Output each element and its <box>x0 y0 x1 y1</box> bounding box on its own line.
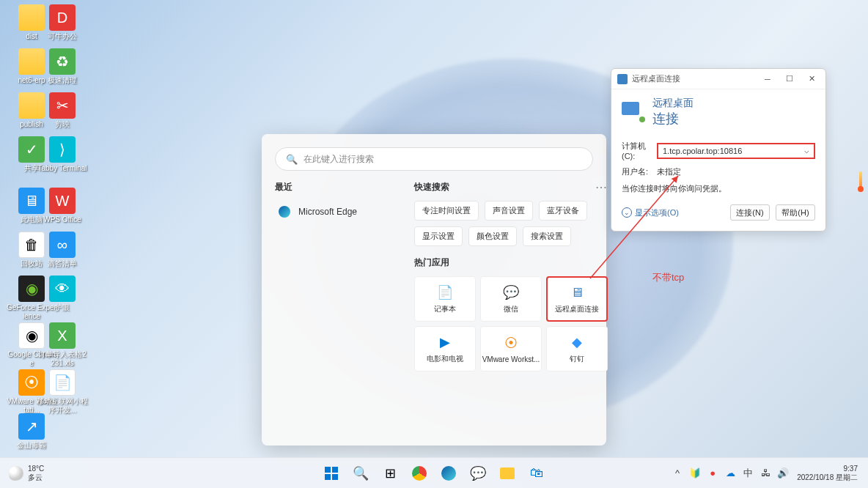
weather-icon <box>9 466 23 481</box>
desktop-icon[interactable]: D可牛办公 <box>37 4 88 41</box>
quick-search-chip[interactable]: 蓝牙设备 <box>539 201 587 221</box>
rdp-titlebar[interactable]: 远程桌面连接 ─ ☐ ✕ <box>611 69 825 89</box>
tray-app-icon-1[interactable]: ● <box>705 465 721 481</box>
recent-item[interactable]: Microsoft Edge <box>275 201 392 223</box>
app-icon: ∞ <box>49 232 76 258</box>
desktop-icon[interactable]: ♻极速清理 <box>37 48 88 85</box>
tray-chevron-up-icon[interactable]: ^ <box>669 465 685 481</box>
hot-app-tile[interactable]: 💬微信 <box>480 276 542 322</box>
desktop-icon[interactable]: 📄移动互联网小程序开发... <box>37 369 88 415</box>
app-icon: 👁 <box>49 276 76 302</box>
desktop-icon[interactable]: ✂剪映 <box>37 92 88 129</box>
rdp-header-icon <box>622 102 645 122</box>
app-tile-icon: 🖥 <box>568 284 586 301</box>
desktop-icon[interactable]: ∞滴答清单 <box>37 232 88 268</box>
desktop-icon[interactable]: 👁护眼 <box>37 276 88 312</box>
taskbar-wechat-icon[interactable]: 💬 <box>465 460 491 487</box>
start-search-box[interactable]: 🔍 在此键入进行搜索 <box>275 147 593 171</box>
tray-onedrive-icon[interactable]: ☁ <box>722 465 738 481</box>
app-tile-label: 远程桌面连接 <box>555 304 599 314</box>
desktop-icon-label: 极速清理 <box>48 76 77 85</box>
task-view-button[interactable]: ⊞ <box>377 460 403 487</box>
tray-volume-icon[interactable]: 🔊 <box>775 465 791 481</box>
svg-rect-3 <box>325 474 331 480</box>
svg-rect-2 <box>332 467 338 473</box>
weather-widget[interactable]: 18°C 多云 <box>0 465 53 482</box>
app-icon: W <box>49 188 76 214</box>
taskbar-edge-icon[interactable] <box>435 460 462 487</box>
maximize-button[interactable]: ☐ <box>779 69 801 89</box>
search-icon: 🔍 <box>286 154 298 165</box>
desktop-icon-label: WPS Office <box>43 215 81 224</box>
search-placeholder: 在此键入进行搜索 <box>304 153 374 166</box>
desktop-icon-label: 滴答清单 <box>48 259 77 268</box>
hot-app-tile[interactable]: 📄记事本 <box>414 276 476 322</box>
recent-item-label: Microsoft Edge <box>298 207 357 217</box>
rdp-window: 远程桌面连接 ─ ☐ ✕ 远程桌面 连接 计算机(C): 1.tcp.cpola… <box>611 68 826 232</box>
rdp-title-text: 远程桌面连接 <box>632 73 680 84</box>
quick-more-button[interactable]: ··· <box>596 182 608 193</box>
app-icon: 📄 <box>49 369 76 396</box>
taskbar-clock[interactable]: 9:37 2022/10/18 星期二 <box>792 465 862 482</box>
svg-rect-4 <box>332 474 338 480</box>
annotation-text: 不带tcp <box>652 271 684 284</box>
tray-ime-icon[interactable]: 中 <box>740 465 756 481</box>
start-button[interactable] <box>318 460 345 487</box>
recent-section-label: 最近 <box>275 181 293 193</box>
rdp-header-line2: 连接 <box>652 110 694 127</box>
quick-search-label: 快速搜索 <box>414 181 449 193</box>
app-icon: ↗ <box>18 413 45 440</box>
app-icon: ♻ <box>49 48 76 75</box>
minimize-button[interactable]: ─ <box>757 69 779 89</box>
app-tile-icon: 📄 <box>436 284 454 301</box>
hot-app-tile[interactable]: ◆钉钉 <box>546 326 608 371</box>
desktop-icon[interactable]: WWPS Office <box>37 188 88 224</box>
quick-search-chip[interactable]: 搜索设置 <box>523 226 571 246</box>
desktop-icon-label: 可牛办公 <box>48 32 77 41</box>
desktop-icon[interactable]: X订单导入表格2231.xls <box>37 322 88 368</box>
show-options-toggle[interactable]: ⌄ 显示选项(O) <box>622 207 679 218</box>
taskbar-search-button[interactable]: 🔍 <box>347 460 374 487</box>
desktop-icon-label: 移动互联网小程序开发... <box>37 397 88 415</box>
app-icon: ✂ <box>49 92 76 119</box>
hot-app-tile[interactable]: 🖥远程桌面连接 <box>546 276 608 322</box>
connect-button[interactable]: 连接(N) <box>730 204 770 221</box>
app-tile-icon: ◆ <box>568 333 586 351</box>
desktop-icon[interactable]: ⟩Tabby Terminal <box>37 136 88 173</box>
hot-app-tile[interactable]: ⦿VMware Workst... <box>480 326 542 371</box>
computer-combobox[interactable]: 1.tcp.cpolar.top:10816 <box>657 143 815 159</box>
computer-value: 1.tcp.cpolar.top:10816 <box>663 147 742 155</box>
hot-apps-label: 热门应用 <box>414 256 449 269</box>
tray-security-icon[interactable]: 🔰 <box>687 465 703 481</box>
desktop-icon[interactable]: ↗金山毒霸 <box>6 413 57 450</box>
tray-network-icon[interactable]: 🖧 <box>757 465 773 481</box>
rdp-credentials-hint: 当你连接时将向你询问凭据。 <box>622 183 815 194</box>
app-icon: D <box>49 4 76 31</box>
hot-app-tile[interactable]: ▶电影和电视 <box>414 326 476 371</box>
desktop-icon-label: 金山毒霸 <box>17 441 46 450</box>
quick-search-chip[interactable]: 声音设置 <box>485 201 533 221</box>
taskbar-chrome-icon[interactable] <box>406 460 433 487</box>
username-label: 用户名: <box>622 166 657 177</box>
computer-label: 计算机(C): <box>622 141 657 160</box>
close-button[interactable]: ✕ <box>801 69 823 89</box>
quick-search-chip[interactable]: 显示设置 <box>414 226 463 246</box>
edge-icon <box>278 205 291 218</box>
taskbar-explorer-icon[interactable] <box>494 460 521 487</box>
chevron-down-icon: ⌄ <box>622 207 632 218</box>
desktop-icon-label: Tabby Terminal <box>37 164 87 173</box>
help-button[interactable]: 帮助(H) <box>776 204 815 221</box>
app-tile-icon: ▶ <box>436 333 454 351</box>
thermometer-widget[interactable] <box>858 171 864 192</box>
quick-search-chip[interactable]: 颜色设置 <box>468 226 517 246</box>
app-tile-label: 电影和电视 <box>427 354 463 364</box>
quick-search-chip[interactable]: 专注时间设置 <box>414 201 479 221</box>
weather-desc: 多云 <box>28 473 44 482</box>
start-menu-panel: 🔍 在此键入进行搜索 最近 Microsoft Edge 快速搜索 ··· 专注… <box>262 134 606 446</box>
rdp-header-line1: 远程桌面 <box>652 97 694 110</box>
taskbar-store-icon[interactable]: 🛍 <box>523 460 550 487</box>
app-tile-label: 记事本 <box>434 304 456 314</box>
app-tile-label: VMware Workst... <box>482 355 540 363</box>
username-value: 未指定 <box>657 166 681 177</box>
app-tile-icon: ⦿ <box>502 335 520 352</box>
